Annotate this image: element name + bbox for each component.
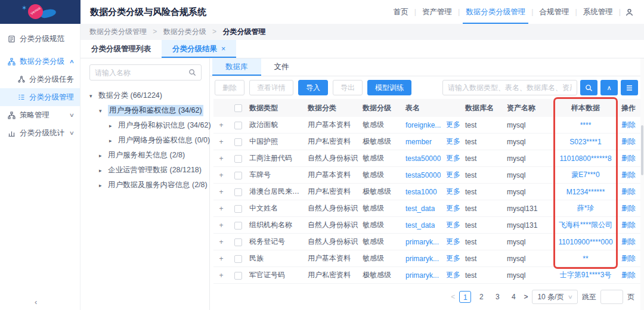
row-checkbox[interactable] (234, 122, 242, 129)
sidebar-item-spec[interactable]: 分类分级规范 (0, 30, 80, 48)
row-expand-icon[interactable]: + (213, 138, 229, 146)
sample-data-link[interactable]: **** (580, 121, 592, 129)
row-checkbox[interactable] (234, 255, 242, 263)
row-checkbox[interactable] (234, 272, 242, 280)
table-name-link[interactable]: testa50000 (405, 171, 441, 179)
sample-data-link[interactable]: 11010900****000 (558, 238, 612, 246)
next-page-icon[interactable]: > (524, 293, 528, 301)
jump-page-input[interactable] (600, 290, 623, 304)
row-expand-icon[interactable]: + (213, 171, 229, 179)
table-name-link[interactable]: testa1000 (405, 188, 437, 196)
table-name-link[interactable]: test_data (405, 221, 435, 230)
tree-node-root[interactable]: ▾ 数据分类 (66/1224) (89, 88, 202, 103)
row-expand-icon[interactable]: + (213, 221, 229, 230)
select-all-checkbox[interactable] (234, 104, 242, 112)
row-expand-icon[interactable]: + (213, 271, 229, 280)
prev-page-icon[interactable]: < (451, 293, 455, 301)
nav-home[interactable]: 首页 (388, 0, 414, 24)
row-delete-link[interactable]: 删除 (621, 204, 636, 212)
row-checkbox[interactable] (234, 222, 242, 230)
row-checkbox[interactable] (234, 155, 242, 163)
more-link[interactable]: 更多 (444, 220, 460, 230)
more-link[interactable]: 更多 (444, 203, 460, 213)
row-checkbox[interactable] (234, 238, 242, 246)
model-train-button[interactable]: 模型训练 (367, 80, 411, 95)
scrollbar-thumb[interactable] (641, 125, 643, 175)
export-button[interactable]: 导出 (333, 80, 363, 95)
search-button[interactable] (580, 80, 597, 95)
page-number-3[interactable]: 3 (491, 291, 503, 303)
sample-data-link[interactable]: 薛*珍 (577, 204, 595, 212)
more-link[interactable]: 更多 (444, 170, 460, 180)
row-expand-icon[interactable]: + (213, 255, 229, 263)
sample-data-link[interactable]: 11010800******8 (559, 154, 611, 163)
subtab-database[interactable]: 数据库 (212, 58, 261, 76)
breadcrumb-item[interactable]: 数据分类分级 (163, 27, 206, 36)
caret-right-icon[interactable]: ▸ (99, 182, 104, 188)
table-name-link[interactable]: primaryk... (405, 238, 439, 246)
more-link[interactable]: 更多 (444, 253, 460, 264)
caret-down-icon[interactable]: ▾ (89, 93, 95, 99)
table-name-link[interactable]: testa50000 (405, 154, 441, 163)
sidebar-item-stats[interactable]: 分类分级统计 ∨ (0, 124, 80, 142)
row-delete-link[interactable]: 删除 (621, 137, 636, 145)
sidebar-collapse-icon[interactable]: ‹ (35, 297, 37, 306)
table-name-link[interactable]: test_data (405, 204, 435, 213)
more-link[interactable]: 更多 (444, 137, 460, 147)
table-name-link[interactable]: foreignke... (405, 121, 441, 129)
sidebar-item-manage[interactable]: 分类分级管理 (0, 88, 80, 106)
more-link[interactable]: 更多 (444, 187, 460, 197)
sample-data-link[interactable]: 飞海科****限公司 (559, 221, 613, 229)
row-expand-icon[interactable]: + (213, 238, 229, 246)
more-link[interactable]: 更多 (444, 120, 460, 130)
page-number-2[interactable]: 2 (475, 291, 487, 303)
search-icon[interactable] (188, 69, 196, 76)
tree-node[interactable]: ▸ 用户网络身份鉴权信息 (0/0) (89, 133, 202, 148)
more-link[interactable]: 更多 (444, 270, 460, 280)
sidebar-item-task[interactable]: 分类分级任务 (0, 70, 80, 88)
breadcrumb-item[interactable]: 数据分类分级管理 (89, 27, 147, 36)
tree-search-input[interactable] (95, 69, 188, 77)
nav-system[interactable]: 系统管理 (578, 0, 618, 24)
table-name-link[interactable]: primaryk... (405, 271, 439, 280)
row-delete-link[interactable]: 删除 (621, 254, 636, 262)
sidebar-item-classify[interactable]: 数据分类分级 ∧ (0, 52, 80, 70)
row-expand-icon[interactable]: + (213, 154, 229, 163)
tree-node[interactable]: ▸ 企业运营管理数据 (28/1218) (89, 163, 202, 178)
table-name-link[interactable]: primaryk... (405, 255, 439, 263)
row-expand-icon[interactable]: + (213, 188, 229, 196)
table-search-input[interactable] (442, 80, 577, 95)
tab-manage-list[interactable]: 分类分级管理列表 (80, 40, 162, 58)
tab-result[interactable]: 分类分级结果× (162, 40, 236, 58)
row-checkbox[interactable] (234, 172, 242, 179)
row-delete-link[interactable]: 删除 (621, 154, 636, 162)
sample-data-link[interactable]: M1234****** (566, 188, 605, 196)
table-name-link[interactable]: member (405, 138, 432, 146)
sample-data-link[interactable]: S023****1 (569, 138, 601, 146)
row-expand-icon[interactable]: + (213, 121, 229, 129)
row-delete-link[interactable]: 删除 (621, 120, 636, 129)
page-size-select[interactable]: 10 条/页 ∨ (532, 290, 578, 304)
nav-compliance[interactable]: 合规管理 (534, 0, 575, 24)
row-expand-icon[interactable]: + (213, 204, 229, 213)
tree-node[interactable]: ▸ 用户服务相关信息 (2/8) (89, 148, 202, 163)
row-checkbox[interactable] (234, 188, 242, 196)
row-delete-link[interactable]: 删除 (621, 221, 636, 229)
import-button[interactable]: 导入 (298, 80, 328, 95)
row-delete-link[interactable]: 删除 (621, 170, 636, 179)
sample-data-link[interactable]: ** (583, 255, 588, 263)
tree-node[interactable]: ▸ 用户数据及服务内容信息 (2/8) (89, 178, 202, 193)
delete-button[interactable]: 删除 (215, 80, 244, 95)
close-icon[interactable]: × (221, 45, 225, 53)
row-checkbox[interactable] (234, 205, 242, 213)
row-delete-link[interactable]: 删除 (621, 237, 636, 246)
caret-right-icon[interactable]: ▸ (99, 153, 104, 159)
caret-right-icon[interactable]: ▸ (109, 138, 114, 144)
page-number-1[interactable]: 1 (459, 291, 471, 303)
sample-data-link[interactable]: 士字第91****3号 (560, 271, 612, 279)
nav-data-classification[interactable]: 数据分类分级管理 (460, 0, 531, 24)
caret-down-icon[interactable]: ▾ (99, 108, 104, 114)
column-settings-button[interactable] (621, 80, 638, 95)
nav-assets[interactable]: 资产管理 (417, 0, 457, 24)
caret-right-icon[interactable]: ▸ (99, 168, 104, 173)
